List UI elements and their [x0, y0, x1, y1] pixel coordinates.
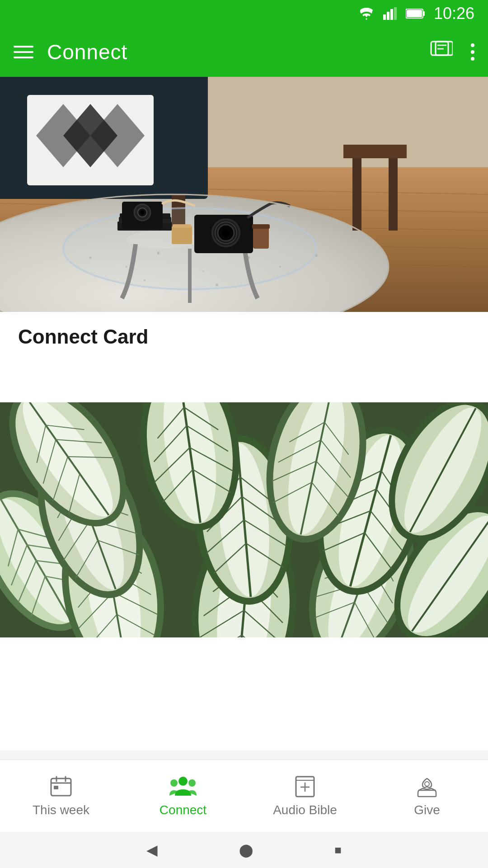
nav-item-this-week[interactable]: This week: [0, 775, 122, 817]
bible-icon: [294, 775, 316, 798]
system-nav: ◀ ⬤ ■: [0, 832, 488, 868]
status-icons: 10:26: [358, 4, 474, 23]
people-icon: [169, 775, 197, 798]
app-bar: Connect: [0, 27, 488, 77]
give-icon: [415, 775, 439, 798]
home-button[interactable]: ⬤: [239, 843, 253, 858]
nav-label-give: Give: [414, 803, 440, 817]
svg-rect-3: [394, 7, 397, 20]
svg-rect-2: [390, 9, 393, 20]
nav-label-this-week: This week: [33, 803, 89, 817]
svg-point-50: [222, 229, 230, 236]
wifi-icon: [358, 7, 375, 20]
svg-point-191: [178, 777, 188, 786]
nav-item-connect[interactable]: Connect: [122, 775, 244, 817]
svg-point-44: [140, 210, 145, 215]
connect-card-image: [0, 77, 488, 312]
svg-point-192: [170, 779, 178, 787]
card-1[interactable]: Connect Card: [0, 77, 488, 380]
more-vertical-icon[interactable]: [471, 43, 474, 61]
calendar-icon: [49, 775, 73, 798]
nav-label-connect: Connect: [160, 803, 206, 817]
svg-rect-54: [352, 158, 361, 231]
svg-rect-56: [343, 145, 407, 158]
nav-label-audio-bible: Audio Bible: [273, 803, 337, 817]
svg-rect-52: [253, 226, 269, 249]
app-bar-left: Connect: [14, 40, 127, 64]
status-bar: 10:26: [0, 0, 488, 27]
svg-point-198: [425, 782, 429, 786]
svg-rect-6: [407, 10, 422, 17]
nav-item-give[interactable]: Give: [366, 775, 488, 817]
leaves-image: [0, 402, 488, 637]
card-2[interactable]: [0, 402, 488, 637]
svg-rect-5: [423, 11, 425, 16]
battery-icon: [406, 8, 426, 19]
svg-rect-46: [173, 224, 191, 228]
recents-button[interactable]: ■: [334, 843, 342, 857]
svg-rect-55: [389, 158, 398, 231]
page-title: Connect: [47, 40, 127, 64]
status-time: 10:26: [434, 4, 474, 23]
back-button[interactable]: ◀: [146, 841, 158, 859]
hamburger-menu-icon[interactable]: [14, 46, 33, 58]
card-image-2: [0, 402, 488, 637]
content-scroll[interactable]: Connect Card: [0, 77, 488, 750]
svg-rect-45: [172, 226, 192, 244]
svg-point-193: [188, 779, 196, 787]
svg-rect-53: [252, 224, 270, 229]
card-title-1[interactable]: Connect Card: [0, 312, 488, 353]
bottom-nav: This week Connect Audio Bible: [0, 760, 488, 832]
svg-rect-0: [383, 14, 386, 20]
svg-rect-190: [54, 786, 58, 789]
chat-icon[interactable]: [430, 41, 453, 63]
card-image-1: [0, 77, 488, 312]
signal-icon: [383, 7, 398, 20]
nav-item-audio-bible[interactable]: Audio Bible: [244, 775, 366, 817]
app-bar-right: [430, 41, 474, 63]
svg-rect-1: [387, 12, 389, 20]
